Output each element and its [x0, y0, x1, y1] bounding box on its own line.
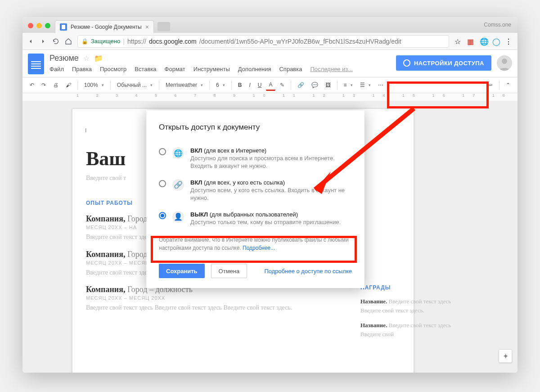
globe-icon	[403, 59, 410, 67]
print-icon[interactable]: 🖨	[50, 80, 61, 90]
redo-icon[interactable]: ↷	[39, 80, 49, 90]
tab-title: Резюме - Google Документы	[71, 24, 142, 30]
menu-file[interactable]: Файл	[50, 66, 64, 72]
undo-icon[interactable]: ↶	[27, 80, 37, 90]
italic-icon[interactable]: I	[246, 80, 253, 90]
share-option[interactable]: 🔗 ВКЛ (для всех, у кого есть ссылка) Дос…	[159, 175, 352, 207]
docs-logo-icon[interactable]	[28, 54, 44, 74]
explore-button[interactable]: ✦	[499, 349, 512, 363]
extensions: ☆ ▦ 🌐 ◯ ⋮	[454, 37, 513, 45]
secure-label: Защищено	[91, 38, 120, 45]
format-toolbar: ↶ ↷ 🖨 🖌 100% Обычный ... Merriweather 6 …	[22, 77, 518, 93]
option-title: ВКЛ (для всех в Интернете)	[190, 147, 352, 154]
pocket-ext-icon[interactable]: ◯	[492, 37, 500, 45]
radio-icon[interactable]	[159, 212, 166, 219]
option-desc: Доступно всем, у кого есть ссылка. Входи…	[190, 187, 352, 202]
home-icon[interactable]	[65, 38, 72, 45]
paint-format-icon[interactable]: 🖌	[63, 80, 74, 90]
minimize-window-icon[interactable]	[36, 23, 42, 28]
ruler: 1 2 3 4 5 6 7 8 9 10 11 12 13 14 15 16 1…	[22, 93, 518, 101]
calendar-ext-icon[interactable]: ▦	[467, 37, 475, 45]
highlight-icon[interactable]: ✎	[277, 80, 287, 90]
person-icon: 👤	[172, 211, 184, 223]
forward-icon[interactable]	[40, 38, 47, 45]
award-item: Название. Введите свой текст здесь Введи…	[360, 321, 459, 338]
share-option[interactable]: 🌐 ВКЛ (для всех в Интернете) Доступно дл…	[159, 143, 352, 175]
url-field[interactable]: 🔒 Защищено | https://docs.google.com/doc…	[77, 35, 449, 48]
menu-format[interactable]: Формат	[165, 66, 185, 72]
docs-header: Резюме ☆ 📁 Файл Правка Просмотр Вставка …	[22, 50, 518, 74]
close-tab-icon[interactable]: ×	[145, 23, 149, 31]
text-color-icon[interactable]: A	[266, 80, 275, 91]
company-dates: МЕСЯЦ 20XX – МЕСЯЦ 20XX	[86, 295, 400, 301]
star-icon[interactable]: ☆	[454, 37, 463, 45]
docs-favicon-icon	[60, 23, 67, 31]
menu-bar: Файл Правка Просмотр Вставка Формат Инст…	[50, 66, 391, 72]
image-icon[interactable]: 🖼	[323, 80, 333, 90]
dialog-title: Открыть доступ к документу	[159, 123, 352, 132]
star-icon[interactable]: ☆	[83, 54, 90, 63]
globe-ext-icon[interactable]: 🌐	[480, 37, 488, 45]
company-body: Введите свой текст здесь Введите свой те…	[86, 303, 400, 312]
zoom-selector[interactable]: 100%	[81, 80, 107, 90]
style-selector[interactable]: Обычный ...	[114, 80, 155, 90]
underline-icon[interactable]: U	[255, 80, 265, 90]
align-icon[interactable]: ≡	[341, 80, 356, 90]
url-prefix: https://	[127, 38, 146, 45]
menu-insert[interactable]: Вставка	[135, 66, 156, 72]
font-size-selector[interactable]: 6	[213, 80, 228, 90]
tab-bar: Резюме - Google Документы ×	[22, 17, 518, 33]
option-desc: Доступно для поиска и просмотра всем в И…	[190, 155, 352, 170]
back-icon[interactable]	[27, 38, 34, 45]
last-edit-link[interactable]: Последнее из...	[310, 66, 353, 72]
menu-edit[interactable]: Правка	[72, 66, 92, 72]
new-tab-button[interactable]	[158, 22, 170, 31]
line-spacing-icon[interactable]: ☰	[357, 80, 374, 90]
menu-icon[interactable]: ⋮	[505, 37, 513, 45]
share-dialog: Открыть доступ к документу 🌐 ВКЛ (для вс…	[146, 110, 364, 288]
reload-icon[interactable]	[52, 38, 59, 45]
link-sharing-details-link[interactable]: Подробнее о доступе по ссылке	[264, 268, 352, 275]
window-controls[interactable]	[28, 23, 50, 28]
menu-view[interactable]: Просмотр	[100, 66, 126, 72]
address-bar: 🔒 Защищено | https://docs.google.com/doc…	[22, 33, 518, 50]
dialog-note: Обратите внимание, что в Интернете можно…	[159, 236, 352, 252]
google-docs-app: Резюме ☆ 📁 Файл Правка Просмотр Вставка …	[22, 50, 518, 373]
canvas: I Ваш Введите свой т ОПЫТ РАБОТЫ Компани…	[22, 101, 518, 373]
watermark: Comss.one	[484, 22, 511, 28]
award-item: Название. Введите свой текст здесь Введи…	[360, 297, 459, 315]
note-learn-more-link[interactable]: Подробнее...	[243, 245, 275, 251]
menu-addons[interactable]: Дополнения	[238, 66, 271, 72]
share-button[interactable]: НАСТРОЙКИ ДОСТУПА	[396, 55, 491, 71]
more-icon[interactable]: ⋯	[375, 80, 386, 90]
bold-icon[interactable]: B	[235, 80, 245, 90]
comment-icon[interactable]: 💬	[309, 80, 321, 90]
account-avatar[interactable]	[497, 55, 512, 71]
chevron-up-icon[interactable]: ⌃	[503, 80, 513, 90]
globe-icon: 🌐	[172, 147, 184, 159]
folder-icon[interactable]: 📁	[94, 54, 103, 63]
menu-tools[interactable]: Инструменты	[194, 66, 230, 72]
lock-icon: 🔒	[81, 38, 88, 45]
option-desc: Доступно только тем, кому вы отправите п…	[190, 219, 352, 226]
radio-icon[interactable]	[159, 148, 166, 155]
option-title: ВЫКЛ (для выбранных пользователей)	[190, 211, 352, 218]
browser-tab[interactable]: Резюме - Google Документы ×	[55, 20, 154, 33]
browser-window: Comss.one Резюме - Google Документы × 🔒 …	[22, 17, 518, 373]
document-title[interactable]: Резюме	[50, 54, 79, 63]
option-title: ВКЛ (для всех, у кого есть ссылка)	[190, 179, 352, 186]
font-selector[interactable]: Merriweather	[163, 80, 206, 90]
radio-icon[interactable]	[159, 180, 166, 187]
menu-help[interactable]: Справка	[279, 66, 302, 72]
cancel-button[interactable]: Отмена	[211, 264, 248, 278]
url-path: /document/d/1wn55o-APlo_wYrPJ0foZB6w_fFb…	[199, 38, 401, 45]
share-option[interactable]: 👤 ВЫКЛ (для выбранных пользователей) Дос…	[159, 207, 352, 231]
link-icon[interactable]: 🔗	[295, 80, 307, 90]
section-label-awards: НАГРАДЫ	[360, 284, 459, 291]
maximize-window-icon[interactable]	[45, 23, 50, 28]
save-button[interactable]: Сохранить	[159, 264, 205, 278]
editing-mode-icon[interactable]: ✏	[486, 80, 495, 90]
close-window-icon[interactable]	[28, 23, 33, 28]
link-icon: 🔗	[172, 179, 184, 191]
share-button-label: НАСТРОЙКИ ДОСТУПА	[414, 60, 484, 67]
